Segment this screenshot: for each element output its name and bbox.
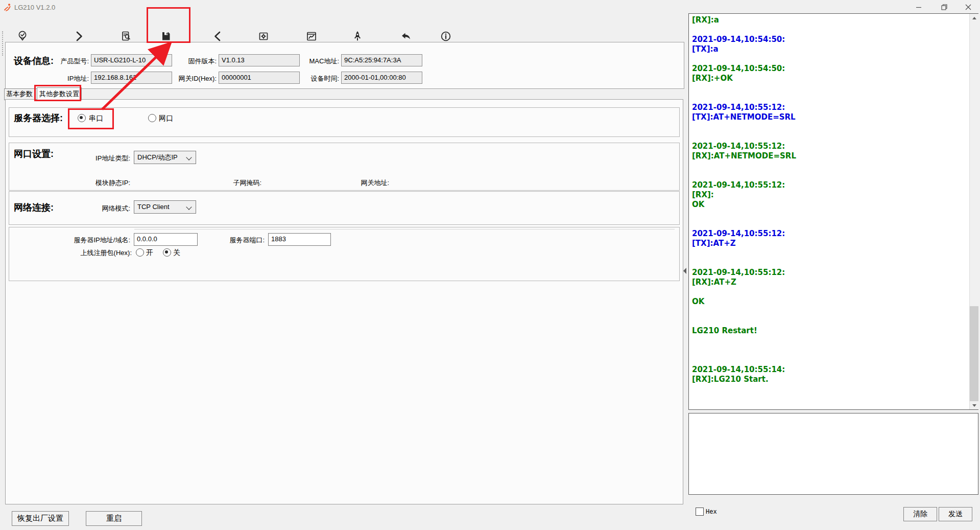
server-select-box <box>9 107 680 137</box>
restart-button[interactable]: 重启 <box>86 511 142 526</box>
log-line: [RX]: <box>692 190 965 200</box>
log-line <box>692 336 965 345</box>
send-input-area[interactable] <box>688 413 978 495</box>
server-serial-radio-label[interactable]: 串口 <box>89 114 103 123</box>
stats-window-icon <box>305 30 318 43</box>
log-line <box>692 355 965 365</box>
log-line <box>692 345 965 355</box>
clear-button[interactable]: 清除 <box>903 507 937 521</box>
chevron-down-icon <box>186 154 192 160</box>
splitter-collapse-icon[interactable] <box>683 268 686 274</box>
device-time-label: 设备时间: <box>222 74 339 83</box>
register-on-radio[interactable] <box>136 248 144 257</box>
register-off-label[interactable]: 关 <box>173 248 180 258</box>
log-line <box>692 171 965 180</box>
log-line <box>692 132 965 142</box>
net-mode-select[interactable]: TCP Client <box>134 200 196 214</box>
server-serial-radio[interactable] <box>78 114 86 122</box>
ip-type-label: IP地址类型: <box>13 154 130 163</box>
static-ip-label: 模块静态IP: <box>13 178 130 188</box>
server-port-label: 服务器端口: <box>147 236 265 245</box>
log-line: [RX]:a <box>692 15 965 25</box>
chevron-down-icon <box>186 204 192 210</box>
log-line <box>692 219 965 229</box>
log-line <box>692 25 965 35</box>
log-line <box>692 248 965 258</box>
log-line: 2021-09-14,10:55:12: <box>692 180 965 190</box>
factory-reset-button[interactable]: 恢复出厂设置 <box>12 511 69 526</box>
subnet-mask-label: 子网掩码: <box>144 178 261 188</box>
log-line: [RX]:AT+Z <box>692 278 965 287</box>
register-off-radio[interactable] <box>163 248 171 257</box>
log-line: 2021-09-14,10:55:12: <box>692 142 965 151</box>
server-select-title: 服务器选择: <box>14 112 63 124</box>
window-title: LG210 V1.2.0 <box>14 4 55 11</box>
ip-type-select[interactable]: DHCP/动态IP <box>134 151 196 164</box>
scroll-up-icon[interactable] <box>970 14 978 22</box>
restore-button[interactable] <box>937 0 952 14</box>
gateway-id-label: 网关ID(Hex): <box>99 74 217 83</box>
chevron-left-icon <box>211 30 224 43</box>
app-window: LG210 V1.2.0 关闭串口 进入配置状态 <box>0 0 980 530</box>
mac-address-field: 9C:A5:25:94:7A:3A <box>341 54 422 66</box>
minimize-icon <box>916 4 922 10</box>
serial-pin-icon <box>16 30 29 43</box>
restore-icon <box>941 4 947 10</box>
log-line <box>692 161 965 171</box>
log-line: [RX]:+OK <box>692 74 965 83</box>
log-line <box>692 258 965 268</box>
gateway-address-label: 网关地址: <box>272 178 389 188</box>
info-icon <box>439 30 452 43</box>
close-button[interactable] <box>961 0 976 14</box>
save-icon <box>159 30 173 43</box>
log-line <box>692 122 965 132</box>
server-ethernet-radio[interactable] <box>148 114 156 122</box>
minimize-button[interactable] <box>911 0 926 14</box>
mac-address-label: MAC地址: <box>222 57 339 66</box>
net-mode-label: 网络模式: <box>13 204 130 213</box>
tab-other-params[interactable]: 其他参数设置 <box>37 87 82 100</box>
register-packet-label: 上线注册包(Hex): <box>14 248 132 258</box>
net-mode-value: TCP Client <box>137 203 170 211</box>
section-divider <box>134 229 675 229</box>
log-line: OK <box>692 297 965 307</box>
tab-basic-params[interactable]: 基本参数 <box>4 88 35 100</box>
server-ethernet-radio-label[interactable]: 网口 <box>159 114 173 123</box>
device-time-field: 2000-01-01,00:00:80 <box>341 72 422 84</box>
rocket-icon <box>351 30 364 43</box>
log-line: [TX]:AT+NETMODE=SRL <box>692 112 965 122</box>
hex-checkbox-label[interactable]: Hex <box>706 508 717 515</box>
log-line: [TX]:a <box>692 44 965 54</box>
server-ip-label: 服务器IP地址/域名: <box>13 236 130 245</box>
log-line: 2021-09-14,10:55:12: <box>692 229 965 239</box>
document-search-icon <box>119 30 133 43</box>
log-line: 2021-09-14,10:54:50: <box>692 64 965 74</box>
app-logo-icon <box>4 3 12 11</box>
firmware-version-label: 固件版本: <box>99 57 217 66</box>
log-line: OK <box>692 200 965 210</box>
chevron-right-icon <box>73 30 86 43</box>
log-lines: [RX]:a 2021-09-14,10:54:50:[TX]:a 2021-0… <box>692 15 965 408</box>
send-button[interactable]: 发送 <box>939 507 972 521</box>
ip-type-value: DHCP/动态IP <box>137 153 178 161</box>
log-line <box>692 93 965 103</box>
log-scrollbar[interactable] <box>969 14 978 409</box>
toolbar-grip[interactable] <box>2 31 3 56</box>
scrollbar-thumb[interactable] <box>970 306 978 401</box>
register-on-label[interactable]: 开 <box>146 248 153 258</box>
reply-arrow-icon <box>399 30 413 43</box>
log-line: LG210 Restart! <box>692 326 965 336</box>
log-line: 2021-09-14,10:54:50: <box>692 35 965 44</box>
log-line: 2021-09-14,10:55:12: <box>692 268 965 278</box>
log-line: [TX]:AT+Z <box>692 239 965 248</box>
server-port-input[interactable]: 1883 <box>268 233 331 246</box>
scroll-down-icon[interactable] <box>970 401 978 409</box>
ip-address-label: IP地址: <box>0 74 89 83</box>
hex-checkbox[interactable] <box>696 508 704 516</box>
log-line <box>692 287 965 297</box>
log-line: [RX]:LG210 Start. <box>692 375 965 384</box>
log-line <box>692 316 965 326</box>
log-line <box>692 307 965 316</box>
title-bar: LG210 V1.2.0 <box>0 0 980 14</box>
log-line: 2021-09-14,10:55:12: <box>692 103 965 112</box>
